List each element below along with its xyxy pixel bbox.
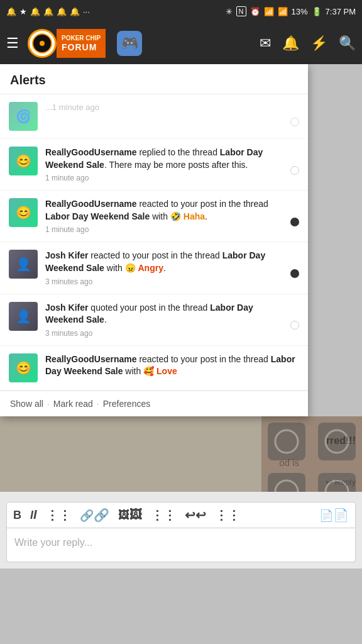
notification-icon: 🔔 bbox=[6, 7, 16, 16]
list-item[interactable]: 👤 Josh Kifer reacted to your post in the… bbox=[0, 242, 308, 294]
bold-button[interactable] bbox=[13, 508, 21, 522]
image-button[interactable]: 🖼 bbox=[118, 508, 142, 522]
bell-icon-4: 🔔 bbox=[70, 7, 80, 16]
alert-dot-unread bbox=[290, 118, 299, 126]
avatar: 👤 bbox=[9, 250, 38, 279]
link-button[interactable]: 🔗 bbox=[80, 508, 109, 523]
hamburger-menu-button[interactable] bbox=[6, 35, 19, 52]
list-item[interactable]: 🌀 ...1 minute ago bbox=[0, 94, 308, 139]
alert-time: 3 minutes ago bbox=[45, 277, 283, 286]
avatar: 😊 bbox=[9, 147, 38, 175]
status-right: ✳ N ⏰ 📶 📶 13% 🔋 7:37 PM bbox=[226, 6, 356, 16]
avatar: 👤 bbox=[9, 302, 38, 331]
logo-circle bbox=[28, 29, 57, 58]
alert-text: Josh Kifer reacted to your post in the t… bbox=[45, 250, 283, 274]
logo-text: POKER CHIP FORUM bbox=[57, 29, 106, 58]
mail-icon[interactable]: ✉ bbox=[260, 35, 271, 52]
alert-dot-unread bbox=[290, 321, 299, 330]
star-icon: ★ bbox=[19, 7, 27, 16]
mark-read-link[interactable]: Mark read bbox=[53, 399, 93, 409]
alert-content: ReallyGoodUsername replied to the thread… bbox=[45, 147, 283, 182]
more-icon: ··· bbox=[83, 7, 90, 16]
chip-pattern-image bbox=[261, 416, 362, 492]
list-item[interactable]: 😊 ReallyGoodUsername reacted to your pos… bbox=[0, 346, 308, 391]
page-background: rred!!! od is ↩ Reply bbox=[0, 416, 362, 492]
alert-dot-read bbox=[290, 218, 299, 226]
svg-rect-1 bbox=[268, 423, 305, 460]
list-item[interactable]: 😊 ReallyGoodUsername replied to the thre… bbox=[0, 139, 308, 191]
bluetooth-icon: ✳ bbox=[226, 7, 233, 16]
alerts-title: Alerts bbox=[0, 64, 308, 94]
status-bar: 🔔 ★ 🔔 🔔 🔔 🔔 ··· ✳ N ⏰ 📶 📶 13% 🔋 7:37 PM bbox=[0, 0, 362, 23]
game-icon[interactable]: 🎮 bbox=[117, 31, 142, 56]
time-display: 7:37 PM bbox=[326, 7, 356, 16]
alert-content: ReallyGoodUsername reacted to your post … bbox=[45, 353, 299, 378]
svg-rect-2 bbox=[318, 423, 356, 460]
alert-text: ReallyGoodUsername reacted to your post … bbox=[45, 198, 283, 223]
signal-icon: 📶 bbox=[278, 7, 288, 16]
avatar: 😊 bbox=[9, 198, 38, 227]
alert-text: ...1 minute ago bbox=[45, 102, 283, 113]
reply-input[interactable]: Write your reply... bbox=[6, 528, 356, 562]
editor-toolbar: I ⋮ 🔗 🖼 ⋮ ↩ ⋮ 📄 bbox=[6, 502, 356, 528]
alerts-footer: Show all · Mark read · Preferences bbox=[0, 391, 308, 416]
alert-time: 3 minutes ago bbox=[45, 329, 283, 338]
battery-icon: 🔋 bbox=[312, 7, 322, 16]
file-button[interactable]: 📄 bbox=[319, 508, 349, 523]
alert-content: Josh Kifer reacted to your post in the t… bbox=[45, 250, 283, 286]
alert-text: ReallyGoodUsername replied to the thread… bbox=[45, 147, 283, 171]
alerts-panel: Alerts 🌀 ...1 minute ago 😊 ReallyGoodUse… bbox=[0, 64, 308, 416]
bolt-icon[interactable]: ⚡ bbox=[310, 35, 327, 52]
alarm-icon: ⏰ bbox=[250, 7, 260, 16]
italic-button[interactable]: I bbox=[30, 508, 37, 522]
logo-inner bbox=[32, 33, 52, 53]
sep-2: · bbox=[97, 399, 99, 409]
bell-icon-1: 🔔 bbox=[30, 7, 40, 16]
logo-top-text: POKER CHIP bbox=[62, 35, 101, 42]
alert-content: Josh Kifer quoted your post in the threa… bbox=[45, 302, 283, 338]
more-options-button-1[interactable]: ⋮ bbox=[46, 508, 71, 523]
wifi-icon: 📶 bbox=[264, 7, 274, 16]
editor-area: I ⋮ 🔗 🖼 ⋮ ↩ ⋮ 📄 Write your reply... bbox=[0, 492, 362, 569]
show-all-link[interactable]: Show all bbox=[10, 399, 43, 409]
avatar: 😊 bbox=[9, 353, 38, 382]
svg-rect-3 bbox=[268, 473, 305, 492]
bell-nav-icon[interactable]: 🔔 bbox=[282, 35, 299, 52]
alert-time: 1 minute ago bbox=[45, 174, 283, 182]
alert-time: 1 minute ago bbox=[45, 225, 283, 234]
preferences-link[interactable]: Preferences bbox=[103, 399, 150, 409]
search-icon[interactable]: 🔍 bbox=[339, 35, 356, 52]
alert-text: Josh Kifer quoted your post in the threa… bbox=[45, 302, 283, 326]
logo[interactable]: POKER CHIP FORUM bbox=[28, 29, 106, 58]
undo-button[interactable]: ↩ bbox=[185, 508, 206, 523]
battery-text: 13% bbox=[292, 7, 308, 16]
more-options-button-2[interactable]: ⋮ bbox=[151, 508, 176, 523]
nav-bar: POKER CHIP FORUM 🎮 ✉ 🔔 ⚡ 🔍 bbox=[0, 23, 362, 64]
bell-icon-2: 🔔 bbox=[43, 7, 53, 16]
status-icons-left: 🔔 ★ 🔔 🔔 🔔 🔔 ··· bbox=[6, 7, 90, 16]
avatar: 🌀 bbox=[9, 102, 38, 131]
alert-text: ReallyGoodUsername reacted to your post … bbox=[45, 353, 299, 378]
nav-icons: ✉ 🔔 ⚡ 🔍 bbox=[260, 35, 356, 52]
more-options-button-3[interactable]: ⋮ bbox=[215, 508, 240, 523]
bell-icon-3: 🔔 bbox=[57, 7, 67, 16]
alert-dot-unread bbox=[290, 166, 299, 175]
logo-bottom-text: FORUM bbox=[62, 42, 101, 53]
list-item[interactable]: 😊 ReallyGoodUsername reacted to your pos… bbox=[0, 191, 308, 242]
alert-content: ReallyGoodUsername reacted to your post … bbox=[45, 198, 283, 234]
sep-1: · bbox=[47, 399, 50, 409]
logo-dot bbox=[40, 41, 45, 46]
alert-content: ...1 minute ago bbox=[45, 102, 283, 113]
alert-dot-read bbox=[290, 269, 299, 278]
nfc-icon: N bbox=[236, 6, 246, 16]
list-item[interactable]: 👤 Josh Kifer quoted your post in the thr… bbox=[0, 294, 308, 346]
svg-rect-4 bbox=[318, 473, 356, 492]
